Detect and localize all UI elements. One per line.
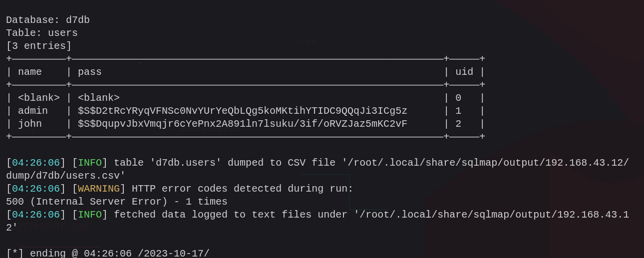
table-header-row: | name | pass | uid | [6,66,485,78]
table-border-mid: +—————————+—————————————————————————————… [6,79,485,91]
db-line: Database: d7db [6,14,90,26]
table-row: | <blank> | <blank> | 0 | [6,92,485,104]
table-border-bot: +—————————+—————————————————————————————… [6,131,485,143]
table-line: Table: users [6,27,78,39]
log-line-info-cont: dump/d7db/users.csv' [6,170,126,182]
log-line-info: [04:26:06] [INFO] table 'd7db.users' dum… [6,157,629,169]
terminal-output: Database: d7db Table: users [3 entries] … [0,0,644,258]
log-line-info2-cont: 2' [6,222,18,234]
table-border-top: +—————————+—————————————————————————————… [6,53,485,65]
log-line-info2: [04:26:06] [INFO] fetched data logged to… [6,209,629,221]
log-line-warning: [04:26:06] [WARNING] HTTP error codes de… [6,183,353,195]
entries-line: [3 entries] [6,40,72,52]
log-line-warning-cont: 500 (Internal Server Error) - 1 times [6,196,228,208]
ending-line: [*] ending @ 04:26:06 /2023-10-17/ [6,248,210,258]
table-row: | admin | $S$D2tRcYRyqVFNSc0NvYUrYeQbLQg… [6,105,485,117]
table-row: | john | $S$DqupvJbxVmqjr6cYePnx2A891ln7… [6,118,485,130]
